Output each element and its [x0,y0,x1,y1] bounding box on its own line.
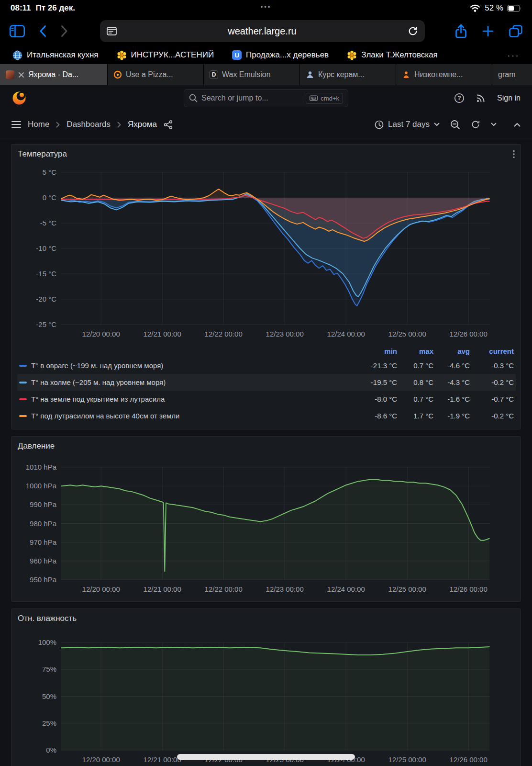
series-swatch [19,398,27,400]
legend-header-current[interactable]: current [470,347,514,355]
svg-text:-10 °C: -10 °C [36,244,56,252]
bookmark-item[interactable]: Итальянская кухня [12,50,99,60]
svg-text:12/25 00:00: 12/25 00:00 [388,755,426,764]
chevron-right-icon [117,122,121,128]
news-rss-icon[interactable] [476,93,486,103]
series-label[interactable]: Т° под лутрасилом на высоте 40см от земл… [31,412,361,420]
bookmark-label: Продажа...х деревьев [246,50,329,60]
screen: 08:11 Пт 26 дек. ••• 52 % [0,0,532,766]
tab-wax-emulsion[interactable]: D Wax Emulsion [204,64,300,85]
series-label[interactable]: Т° на земле под укрытием из лутрасила [31,395,361,403]
panel-title[interactable]: Отн. влажность [18,614,77,623]
bookmark-label: ИНСТРУК...АСТЕНИЙ [131,50,214,60]
svg-text:-15 °C: -15 °C [36,270,56,278]
time-range-picker[interactable]: Last 7 days [375,120,440,129]
grafana-breadcrumb-bar: Home Dashboards Яхрома Last 7 days [0,111,532,138]
series-label[interactable]: Т° на холме (~205 м. над уровнем моря) [31,378,361,386]
refresh-button[interactable] [471,120,480,129]
help-icon[interactable]: ? [454,93,465,103]
svg-text:12/24 00:00: 12/24 00:00 [327,330,365,338]
ios-status-bar: 08:11 Пт 26 дек. ••• 52 % [0,0,532,16]
url-text[interactable]: weather.large.ru [117,26,408,37]
address-bar[interactable]: weather.large.ru [100,20,425,42]
share-dashboard-icon[interactable] [164,120,173,129]
keyboard-icon [310,95,318,101]
new-tab-button[interactable] [482,25,494,37]
svg-text:-20 °C: -20 °C [36,295,56,303]
search-placeholder: Search or jump to... [201,94,302,102]
tab-partial[interactable]: gram [492,64,532,85]
globe-favicon [12,50,22,60]
tab-title: Use a Pizza... [126,70,173,79]
pressure-chart[interactable]: 1010 hPa1000 hPa990 hPa980 hPa970 hPa960… [17,456,515,597]
panel-temperature: Температура 5 °C0 °C-5 °C-10 °C-15 °C-20… [11,144,521,429]
humidity-chart[interactable]: 100%75%50%25%0%12/20 00:0012/21 00:0012/… [17,628,515,766]
tab-pizza[interactable]: Use a Pizza... [108,64,204,85]
svg-text:0 °C: 0 °C [43,193,57,202]
legend-header-max[interactable]: max [397,347,433,355]
legend-row: Т° на холме (~205 м. над уровнем моря) -… [17,374,516,391]
bookmarks-more-button[interactable]: ··· [507,50,520,61]
bookmark-label: Итальянская кухня [27,50,99,60]
legend-row: Т° в овраге (~199 м. над уровнем моря) -… [17,357,516,374]
tab-nizkotemp[interactable]: Низкотемпе... [396,64,492,85]
sign-in-link[interactable]: Sign in [497,94,521,102]
flower-favicon [117,50,127,60]
svg-text:12/20 00:00: 12/20 00:00 [82,755,120,764]
series-swatch [19,415,27,417]
chevron-down-icon [434,123,440,126]
bookmark-label: Злаки Т.Желтовская [361,50,438,60]
refresh-interval-dropdown[interactable] [491,123,497,126]
svg-text:12/22 00:00: 12/22 00:00 [205,330,243,338]
svg-text:12/26 00:00: 12/26 00:00 [450,330,488,338]
hamburger-menu-icon[interactable] [11,121,21,128]
svg-text:1000 hPa: 1000 hPa [26,482,57,490]
tab-keramika[interactable]: Курс керам... [300,64,396,85]
tab-yakhroma[interactable]: Яхрома - Da... [0,64,108,85]
svg-text:12/21 00:00: 12/21 00:00 [144,330,181,338]
legend-header-min[interactable]: min [361,347,397,355]
legend-header-row: min max avg current [17,345,516,357]
reload-icon[interactable] [408,26,418,36]
svg-text:75%: 75% [42,665,56,673]
search-shortcut-badge: cmd+k [306,93,343,104]
breadcrumb-dashboards[interactable]: Dashboards [66,120,111,129]
panel-title[interactable]: Температура [18,149,67,159]
sidebar-toggle-button[interactable] [10,25,25,37]
svg-text:990 hPa: 990 hPa [30,500,57,508]
legend-header-avg[interactable]: avg [433,347,470,355]
grafana-logo[interactable] [11,90,27,106]
share-button[interactable] [455,24,467,39]
tab-favicon [6,70,14,79]
bookmark-item[interactable]: ИНСТРУК...АСТЕНИЙ [117,50,214,60]
breadcrumb-dashboard-name[interactable]: Яхрома [128,120,157,129]
temperature-chart[interactable]: 5 °C0 °C-5 °C-10 °C-15 °C-20 °C-25 °C12/… [17,164,515,344]
zoom-out-button[interactable] [450,120,460,130]
panel-title[interactable]: Давление [18,441,55,451]
grafana-topbar: Search or jump to... cmd+k ? Sign in [0,85,532,111]
page-menu-icon[interactable] [107,27,117,35]
bookmark-item[interactable]: Злаки Т.Желтовская [347,50,438,60]
time-range-label: Last 7 days [388,120,430,129]
close-tab-icon[interactable] [18,72,24,78]
back-button[interactable] [39,25,46,37]
svg-text:12/23 00:00: 12/23 00:00 [266,330,304,338]
search-input[interactable]: Search or jump to... cmd+k [184,89,348,107]
tabs-overview-button[interactable] [509,25,522,37]
tab-title: gram [498,70,515,79]
series-label[interactable]: Т° в овраге (~199 м. над уровнем моря) [31,361,361,370]
wifi-icon [469,4,481,12]
breadcrumb-home[interactable]: Home [28,120,49,129]
svg-text:12/20 00:00: 12/20 00:00 [82,585,120,593]
bookmark-item[interactable]: U Продажа...х деревьев [232,50,329,60]
svg-text:-5 °C: -5 °C [40,219,57,227]
svg-text:12/26 00:00: 12/26 00:00 [450,755,488,764]
flower-favicon [347,50,357,60]
home-indicator[interactable] [177,754,355,760]
forward-button[interactable] [61,25,68,37]
svg-text:0%: 0% [46,746,56,754]
svg-text:12/21 00:00: 12/21 00:00 [144,585,181,593]
series-swatch [19,365,27,367]
collapse-chevron-icon[interactable] [514,123,521,127]
panel-menu-icon[interactable] [513,150,515,158]
